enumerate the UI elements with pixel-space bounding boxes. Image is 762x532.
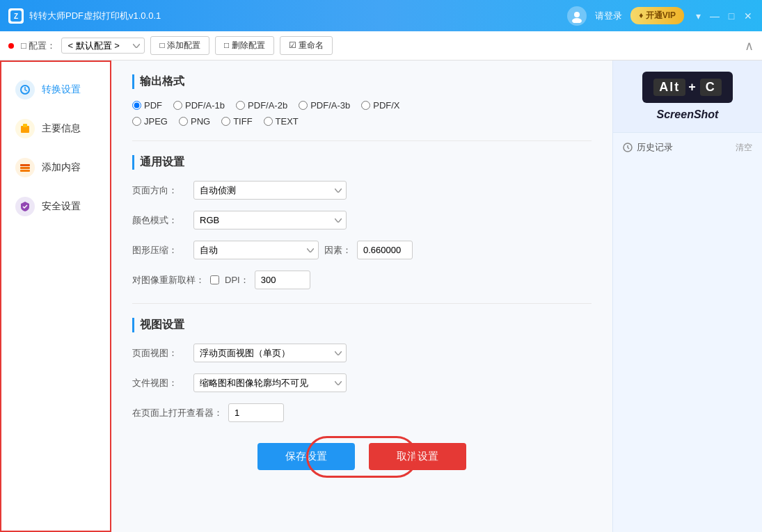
history-clear-button[interactable]: 清空	[736, 142, 752, 154]
screenshot-promo: Alt + C ScreenShot	[613, 61, 762, 133]
svg-point-3	[572, 18, 582, 23]
page-view-label: 页面视图：	[132, 347, 188, 360]
dropdown-icon[interactable]: ▾	[692, 10, 704, 22]
info-icon	[15, 119, 35, 138]
open-page-input[interactable]	[228, 403, 284, 422]
sidebar-item-security[interactable]: 安全设置	[1, 187, 110, 226]
rename-config-button[interactable]: ☑ 重命名	[280, 36, 333, 55]
history-section: 历史记录 清空	[613, 133, 762, 162]
user-avatar	[567, 6, 587, 26]
format-png[interactable]: PNG	[179, 116, 210, 127]
compression-row: 图形压缩： 自动 JPEG ZIP 因素：	[132, 241, 592, 259]
sidebar-label-convert: 转换设置	[42, 83, 81, 96]
resample-checkbox[interactable]	[210, 275, 219, 284]
output-format-section: 输出格式 PDF PDF/A-1b PDF/A-2b PDF/A-3b PDF/…	[132, 74, 592, 127]
shortcut-c: C	[700, 79, 722, 96]
file-view-row: 文件视图： 缩略图和图像轮廓均不可见 仅缩略图可见 仅轮廓可见	[132, 373, 592, 392]
general-settings-section: 通用设置 页面方向： 自动侦测 横向 纵向 颜色模式： RGB CMYK 灰度 …	[132, 155, 592, 289]
app-title: 转转大师PDF虚拟打印机v1.0.0.1	[29, 10, 567, 22]
title-right: 请登录 ♦ 开通VIP ▾ — □ ✕	[567, 6, 754, 26]
page-orientation-label: 页面方向：	[132, 184, 188, 197]
format-pdf[interactable]: PDF	[132, 100, 162, 111]
app-logo: Z	[8, 8, 24, 24]
sidebar-item-info[interactable]: 主要信息	[1, 109, 110, 148]
compression-select[interactable]: 自动 JPEG ZIP	[193, 241, 319, 259]
add-icon	[15, 158, 35, 177]
security-icon	[15, 197, 35, 216]
color-mode-label: 颜色模式：	[132, 214, 188, 227]
format-pdfa3b[interactable]: PDF/A-3b	[299, 100, 350, 111]
format-text[interactable]: TEXT	[264, 116, 299, 127]
sidebar-label-info: 主要信息	[42, 122, 81, 135]
open-page-row: 在页面上打开查看器：	[132, 403, 592, 422]
titlebar: Z 转转大师PDF虚拟打印机v1.0.0.1 请登录 ♦ 开通VIP ▾ — □…	[0, 0, 762, 31]
toolbar: □ 配置： < 默认配置 > □ 添加配置 □ 删除配置 ☑ 重命名 ∧	[0, 31, 762, 61]
page-view-row: 页面视图： 浮动页面视图（单页） 连续页 双页	[132, 344, 592, 362]
close-button[interactable]: ✕	[743, 10, 754, 22]
svg-rect-7	[20, 164, 30, 166]
factor-label: 因素：	[324, 244, 351, 257]
svg-point-2	[574, 12, 580, 17]
svg-rect-6	[23, 124, 27, 127]
color-mode-row: 颜色模式： RGB CMYK 灰度	[132, 211, 592, 229]
login-text[interactable]: 请登录	[595, 10, 622, 22]
window-controls: ▾ — □ ✕	[692, 10, 754, 22]
general-settings-title: 通用设置	[132, 155, 592, 170]
format-row-1: PDF PDF/A-1b PDF/A-2b PDF/A-3b PDF/X	[132, 100, 592, 111]
view-settings-section: 视图设置 页面视图： 浮动页面视图（单页） 连续页 双页 文件视图： 缩略图和图…	[132, 318, 592, 422]
factor-input[interactable]	[357, 241, 413, 259]
format-jpeg[interactable]: JPEG	[132, 116, 168, 127]
svg-rect-9	[20, 170, 30, 172]
sidebar: 转换设置 主要信息 添加内容 安全设置	[0, 61, 111, 532]
page-orientation-row: 页面方向： 自动侦测 横向 纵向	[132, 181, 592, 200]
format-pdfx[interactable]: PDF/X	[361, 100, 399, 111]
dpi-input[interactable]	[255, 271, 310, 289]
svg-text:Z: Z	[14, 13, 18, 20]
minimize-button[interactable]: —	[709, 10, 720, 22]
color-mode-select[interactable]: RGB CMYK 灰度	[193, 211, 347, 229]
format-pdfa1b[interactable]: PDF/A-1b	[173, 100, 225, 111]
convert-icon	[15, 80, 35, 99]
format-pdfa2b[interactable]: PDF/A-2b	[236, 100, 287, 111]
action-row: 保存设置 取消设置	[132, 443, 592, 470]
format-tiff[interactable]: TIFF	[221, 116, 252, 127]
sidebar-item-add[interactable]: 添加内容	[1, 148, 110, 187]
config-label: □ 配置：	[21, 40, 56, 52]
shortcut-plus: +	[688, 80, 697, 95]
red-dot	[8, 43, 14, 49]
output-format-title: 输出格式	[132, 74, 592, 89]
page-view-select[interactable]: 浮动页面视图（单页） 连续页 双页	[193, 344, 347, 362]
main-layout: 转换设置 主要信息 添加内容 安全设置 输出格式	[0, 61, 762, 532]
resample-label: 对图像重新取样：	[132, 274, 205, 287]
page-orientation-select[interactable]: 自动侦测 横向 纵向	[193, 181, 347, 200]
format-row-2: JPEG PNG TIFF TEXT	[132, 116, 592, 127]
maximize-button[interactable]: □	[726, 10, 737, 22]
history-label: 历史记录	[623, 141, 673, 154]
open-page-label: 在页面上打开查看器：	[132, 407, 223, 419]
file-view-label: 文件视图：	[132, 377, 188, 389]
shortcut-box: Alt + C	[642, 72, 733, 103]
sidebar-label-add: 添加内容	[42, 161, 81, 174]
shortcut-alt: Alt	[653, 79, 685, 96]
file-view-select[interactable]: 缩略图和图像轮廓均不可见 仅缩略图可见 仅轮廓可见	[193, 373, 347, 392]
history-icon	[623, 143, 633, 152]
vip-button[interactable]: ♦ 开通VIP	[630, 7, 684, 24]
svg-rect-8	[20, 167, 30, 169]
compression-label: 图形压缩：	[132, 244, 188, 257]
resample-row: 对图像重新取样： DPI：	[132, 271, 592, 289]
collapse-button[interactable]: ∧	[745, 38, 754, 54]
cancel-button[interactable]: 取消设置	[369, 443, 466, 470]
right-panel: Alt + C ScreenShot 历史记录 清空	[612, 61, 762, 532]
config-select[interactable]: < 默认配置 >	[61, 38, 145, 54]
view-settings-title: 视图设置	[132, 318, 592, 332]
dpi-label: DPI：	[225, 274, 249, 287]
screenshot-text: ScreenShot	[657, 108, 719, 121]
sidebar-item-convert[interactable]: 转换设置	[1, 70, 110, 109]
save-button[interactable]: 保存设置	[257, 443, 355, 470]
content-area: 输出格式 PDF PDF/A-1b PDF/A-2b PDF/A-3b PDF/…	[111, 61, 612, 532]
sidebar-label-security: 安全设置	[42, 200, 81, 213]
add-config-button[interactable]: □ 添加配置	[150, 36, 209, 55]
delete-config-button[interactable]: □ 删除配置	[215, 36, 274, 55]
